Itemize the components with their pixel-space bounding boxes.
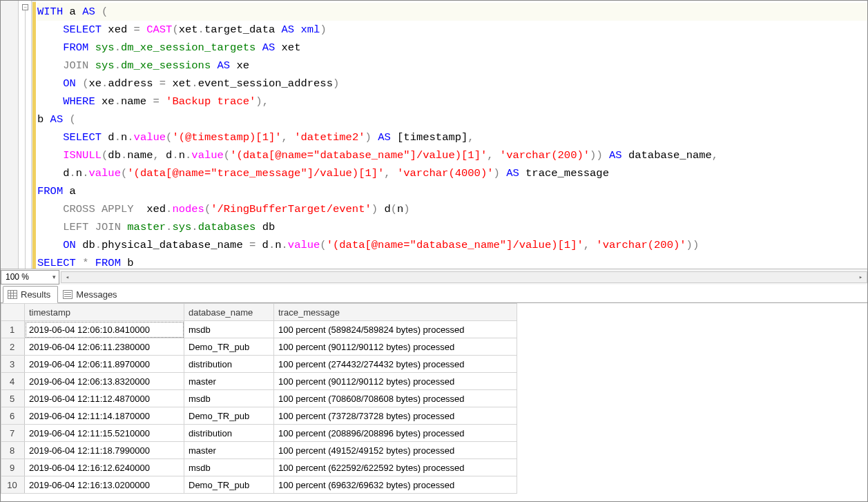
code-line[interactable]: ON (xe.address = xet.event_session_addre…	[37, 75, 867, 93]
cell[interactable]: 100 percent (90112/90112 bytes) processe…	[274, 338, 517, 356]
row-number[interactable]: 9	[1, 459, 25, 476]
cell[interactable]: 2019-06-04 12:06:13.8320000	[25, 373, 184, 390]
cell[interactable]: 100 percent (208896/208896 bytes) proces…	[274, 425, 517, 442]
cell[interactable]: 2019-06-04 12:11:15.5210000	[25, 425, 184, 442]
cell[interactable]: 2019-06-04 12:16:12.6240000	[25, 459, 184, 476]
row-number[interactable]: 2	[1, 338, 25, 356]
editor-gutter: −	[1, 1, 32, 269]
tab-results-label: Results	[21, 289, 50, 300]
table-row[interactable]: 92019-06-04 12:16:12.6240000msdb100 perc…	[1, 459, 517, 476]
horizontal-scrollbar[interactable]: ◂ ▸	[61, 271, 867, 283]
code-line[interactable]: d.n.value('(data[@name="trace_message"]/…	[37, 164, 867, 182]
cell[interactable]: Demo_TR_pub	[184, 338, 274, 356]
tab-results[interactable]: Results	[3, 286, 58, 303]
cell[interactable]: 100 percent (589824/589824 bytes) proces…	[274, 321, 517, 338]
code-line[interactable]: SELECT d.n.value('(@timestamp)[1]', 'dat…	[37, 128, 867, 146]
row-number[interactable]: 5	[1, 390, 25, 407]
fold-toggle-icon[interactable]: −	[22, 4, 28, 10]
cell[interactable]: 2019-06-04 12:11:18.7990000	[25, 442, 184, 459]
table-row[interactable]: 52019-06-04 12:11:12.4870000msdb100 perc…	[1, 390, 517, 407]
cell[interactable]: 100 percent (274432/274432 bytes) proces…	[274, 356, 517, 373]
cell[interactable]: Demo_TR_pub	[184, 476, 274, 494]
cell[interactable]: distribution	[184, 356, 274, 373]
code-line[interactable]: CROSS APPLY xed.nodes('/RingBufferTarget…	[37, 200, 867, 218]
code-line[interactable]: b AS (	[37, 110, 867, 128]
row-number[interactable]: 8	[1, 442, 25, 459]
code-area[interactable]: WITH a AS ( SELECT xed = CAST(xet.target…	[36, 1, 867, 269]
code-line[interactable]: FROM a	[37, 182, 867, 200]
cell[interactable]: msdb	[184, 459, 274, 476]
code-line[interactable]: LEFT JOIN master.sys.databases db	[37, 218, 867, 236]
scroll-right-icon[interactable]: ▸	[855, 272, 867, 282]
cell[interactable]: 100 percent (90112/90112 bytes) processe…	[274, 373, 517, 390]
code-line[interactable]: WHERE xe.name = 'Backup trace'),	[37, 93, 867, 110]
change-indicator	[32, 2, 36, 269]
table-row[interactable]: 32019-06-04 12:06:11.8970000distribution…	[1, 356, 517, 373]
table-row[interactable]: 72019-06-04 12:11:15.5210000distribution…	[1, 425, 517, 442]
column-header-timestamp[interactable]: timestamp	[25, 304, 184, 321]
table-row[interactable]: 62019-06-04 12:11:14.1870000Demo_TR_pub1…	[1, 407, 517, 425]
code-line[interactable]: SELECT * FROM b	[37, 254, 867, 269]
row-number[interactable]: 10	[1, 476, 25, 494]
cell[interactable]: msdb	[184, 390, 274, 407]
cell[interactable]: 2019-06-04 12:06:11.8970000	[25, 356, 184, 373]
code-line[interactable]: JOIN sys.dm_xe_sessions AS xe	[37, 57, 867, 75]
cell[interactable]: 100 percent (49152/49152 bytes) processe…	[274, 442, 517, 459]
row-number[interactable]: 4	[1, 373, 25, 390]
zoom-bar: 100 % ▾ ◂ ▸	[1, 269, 867, 284]
cell[interactable]: Demo_TR_pub	[184, 407, 274, 425]
code-line[interactable]: FROM sys.dm_xe_session_targets AS xet	[37, 39, 867, 57]
cell[interactable]: 2019-06-04 12:06:11.2380000	[25, 338, 184, 356]
column-header-trace_message[interactable]: trace_message	[274, 304, 517, 321]
cell[interactable]: 2019-06-04 12:16:13.0200000	[25, 476, 184, 494]
table-row[interactable]: 102019-06-04 12:16:13.0200000Demo_TR_pub…	[1, 476, 517, 494]
tab-messages-label: Messages	[76, 289, 117, 300]
table-row[interactable]: 42019-06-04 12:06:13.8320000master100 pe…	[1, 373, 517, 390]
cell[interactable]: 100 percent (708608/708608 bytes) proces…	[274, 390, 517, 407]
scroll-left-icon[interactable]: ◂	[61, 272, 73, 282]
zoom-dropdown[interactable]: 100 % ▾	[1, 270, 59, 284]
code-line[interactable]: ISNULL(db.name, d.n.value('(data[@name="…	[37, 146, 867, 164]
grid-icon	[8, 290, 17, 299]
row-header-blank	[1, 304, 25, 321]
tab-messages[interactable]: Messages	[58, 285, 124, 302]
sql-editor[interactable]: − WITH a AS ( SELECT xed = CAST(xet.targ…	[1, 1, 867, 269]
cell[interactable]: 2019-06-04 12:11:12.4870000	[25, 390, 184, 407]
cell[interactable]: 100 percent (622592/622592 bytes) proces…	[274, 459, 517, 476]
code-line[interactable]: SELECT xed = CAST(xet.target_data AS xml…	[37, 21, 867, 39]
row-number[interactable]: 7	[1, 425, 25, 442]
cell[interactable]: 2019-06-04 12:06:10.8410000	[25, 321, 184, 338]
code-line[interactable]: WITH a AS (	[37, 3, 867, 21]
table-row[interactable]: 82019-06-04 12:11:18.7990000master100 pe…	[1, 442, 517, 459]
cell[interactable]: master	[184, 373, 274, 390]
row-number[interactable]: 1	[1, 321, 25, 338]
cell[interactable]: distribution	[184, 425, 274, 442]
cell[interactable]: msdb	[184, 321, 274, 338]
code-line[interactable]: ON db.physical_database_name = d.n.value…	[37, 236, 867, 254]
table-row[interactable]: 12019-06-04 12:06:10.8410000msdb100 perc…	[1, 321, 517, 338]
messages-icon	[63, 290, 73, 299]
cell[interactable]: 2019-06-04 12:11:14.1870000	[25, 407, 184, 425]
chevron-down-icon: ▾	[52, 273, 56, 280]
cell[interactable]: master	[184, 442, 274, 459]
row-number[interactable]: 3	[1, 356, 25, 373]
cell[interactable]: 100 percent (73728/73728 bytes) processe…	[274, 407, 517, 425]
column-header-database_name[interactable]: database_name	[184, 304, 274, 321]
results-grid[interactable]: timestampdatabase_nametrace_message12019…	[1, 303, 867, 502]
cell[interactable]: 100 percent (69632/69632 bytes) processe…	[274, 476, 517, 494]
zoom-value: 100 %	[6, 272, 29, 282]
results-tabs: Results Messages	[1, 284, 867, 303]
row-number[interactable]: 6	[1, 407, 25, 425]
table-row[interactable]: 22019-06-04 12:06:11.2380000Demo_TR_pub1…	[1, 338, 517, 356]
